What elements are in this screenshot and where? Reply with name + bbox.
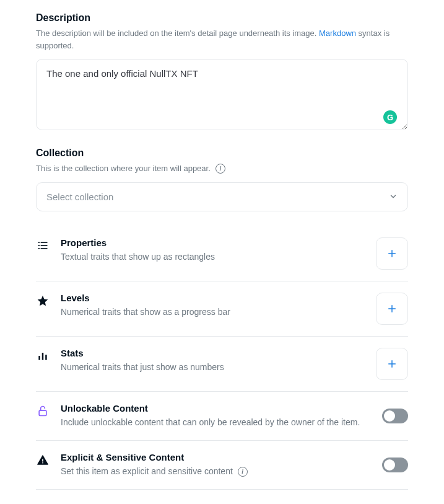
stats-title: Stats [61,348,365,358]
warning-icon [36,453,50,467]
explicit-title: Explicit & Sensitive Content [61,452,371,462]
unlockable-toggle[interactable] [382,409,408,423]
svg-rect-15 [39,410,46,415]
svg-rect-11 [42,353,44,360]
info-icon[interactable]: i [238,467,248,477]
collection-section: Collection This is the collection where … [36,148,408,211]
star-icon [36,294,50,307]
explicit-toggle[interactable] [382,458,408,472]
trait-list: Properties Textual traits that show up a… [36,226,408,490]
add-levels-button[interactable] [376,293,408,325]
bar-chart-icon [36,349,50,363]
svg-rect-5 [41,248,48,249]
add-properties-button[interactable] [376,237,408,270]
toggle-knob [384,410,395,422]
stats-row: Stats Numerical traits that just show as… [36,337,408,392]
collection-help: This is the collection where your item w… [36,162,211,175]
svg-rect-10 [38,356,40,360]
properties-row: Properties Textual traits that show up a… [36,226,408,281]
unlock-icon [36,404,50,418]
svg-rect-12 [45,355,47,360]
collection-select[interactable]: Select collection [36,182,408,211]
unlockable-row: Unlockable Content Include unlockable co… [36,392,408,441]
collection-title: Collection [36,148,408,159]
collection-placeholder: Select collection [46,192,113,202]
add-stats-button[interactable] [376,348,408,380]
unlockable-desc: Include unlockable content that can only… [61,416,371,429]
explicit-desc-text: Set this item as explicit and sensitive … [61,466,235,476]
explicit-row: Explicit & Sensitive Content Set this it… [36,441,408,490]
svg-rect-3 [41,245,48,246]
description-help-prefix: The description will be included on the … [36,29,319,38]
unlockable-title: Unlockable Content [61,403,371,413]
properties-title: Properties [61,237,365,248]
description-help: The description will be included on the … [36,27,408,51]
svg-rect-0 [38,242,40,243]
description-title: Description [36,12,408,24]
description-section: Description The description will be incl… [36,12,408,133]
svg-rect-4 [38,248,40,249]
list-icon [36,239,50,252]
levels-title: Levels [61,293,365,303]
levels-row: Levels Numerical traits that show as a p… [36,281,408,337]
toggle-knob [384,459,395,471]
chevron-down-icon [389,192,398,201]
properties-desc: Textual traits that show up as rectangle… [61,250,365,263]
svg-rect-2 [38,245,40,246]
stats-desc: Numerical traits that just show as numbe… [61,361,365,374]
svg-rect-17 [42,462,43,463]
svg-rect-16 [42,459,43,461]
markdown-link[interactable]: Markdown [319,29,356,38]
info-icon[interactable]: i [215,164,225,174]
svg-rect-1 [41,242,48,243]
explicit-desc: Set this item as explicit and sensitive … [61,465,371,478]
grammarly-icon[interactable]: G [383,110,397,124]
description-input[interactable] [36,59,408,130]
levels-desc: Numerical traits that show as a progress… [61,306,365,319]
